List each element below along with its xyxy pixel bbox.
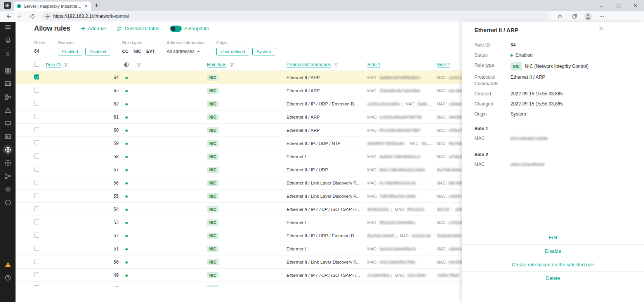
collections-icon[interactable] (569, 11, 580, 21)
create-rule-button[interactable]: Create rule based on the selected rule (462, 258, 644, 271)
back-icon[interactable] (4, 11, 14, 21)
browser-menu-icon[interactable] (597, 11, 607, 21)
rule-type-cc[interactable]: CC (122, 49, 128, 53)
edit-button[interactable]: Edit (462, 231, 644, 244)
filter-icon-protocols[interactable] (334, 63, 338, 67)
row-checkbox[interactable] (34, 246, 39, 251)
delete-button[interactable]: Delete (462, 271, 644, 285)
row-checkbox[interactable] (34, 140, 39, 145)
monitoring-chart-icon[interactable] (3, 79, 13, 89)
rule-id-cell: 52 (46, 233, 120, 238)
row-checkbox[interactable] (34, 114, 39, 119)
filter-icon-rule-type[interactable] (230, 63, 234, 67)
add-rule-button[interactable]: Add rule (81, 26, 106, 31)
row-checkbox[interactable] (34, 180, 39, 185)
row-checkbox[interactable] (34, 272, 39, 277)
select-all-checkbox[interactable] (34, 62, 39, 67)
side2-section-title: Side 2 (474, 152, 644, 157)
mac-label: MAC: (367, 260, 377, 264)
browser-toolbar: https://192.168.2.1/#/network-control (0, 11, 644, 22)
customize-table-button[interactable]: Customize table (116, 26, 160, 31)
row-checkbox[interactable] (34, 101, 39, 106)
filter-icon-status[interactable] (137, 63, 141, 67)
field-created: Created 2022-09-15 15:55:33.865 (474, 91, 644, 97)
origin-chip-system[interactable]: System (252, 48, 275, 55)
side1-cell: MAC:4a5b6c7d8e9fa0b1c2 (367, 154, 437, 159)
rule-type-badge: NIC (207, 259, 219, 265)
mac-label: MAC: (367, 128, 377, 133)
redacted-value: f2a3b4c5d6e7 (437, 233, 464, 238)
settings-gear-icon[interactable] (3, 184, 13, 194)
url-bar[interactable]: https://192.168.2.1/#/network-control (41, 12, 549, 21)
profile-avatar[interactable] (584, 12, 592, 20)
column-protocols[interactable]: Protocols/Commands (286, 62, 331, 67)
favorites-star-icon[interactable] (555, 11, 565, 21)
field-rule-id: Rule ID 64 (474, 42, 644, 48)
row-checkbox[interactable] (34, 193, 39, 198)
all-addresses-dropdown[interactable]: All addresses (167, 49, 200, 55)
protocol-cell: Ethernet I (286, 220, 367, 225)
workspaces-icon[interactable] (4, 2, 11, 9)
column-side1[interactable]: Side 1 (367, 62, 380, 67)
rule-id-cell: 58 (46, 154, 120, 159)
row-checkbox[interactable] (34, 206, 39, 211)
row-checkbox[interactable] (34, 167, 39, 172)
row-checkbox[interactable] (34, 88, 39, 93)
column-rule-id[interactable]: Rule ID (46, 62, 61, 67)
status-column-icon[interactable] (124, 62, 129, 67)
tab-close-icon[interactable] (85, 5, 88, 8)
alerts-triangle-icon[interactable] (3, 105, 13, 115)
network-globe-icon[interactable] (3, 145, 13, 155)
browser-tab[interactable]: Server | Kaspersky Industrial Cyb... (14, 2, 91, 11)
origin-chip-user-defined[interactable]: User-defined (216, 48, 249, 55)
row-checkbox[interactable] (34, 259, 39, 264)
maximize-icon[interactable] (610, 0, 627, 11)
refresh-icon[interactable] (27, 11, 37, 21)
redacted-value: 2f3e4d5c6b7a8c9d0e (379, 88, 420, 93)
help-question-icon[interactable] (3, 273, 13, 283)
field-changed: Changed 2022-09-15 15:55:33.865 (474, 101, 644, 107)
disable-button[interactable]: Disable (462, 244, 644, 258)
filters-bar: Rules: 64 Statuses Enabled Disabled Rule… (34, 40, 275, 55)
rule-type-badge: NIC (207, 140, 219, 147)
status-chip-enabled[interactable]: Enabled (58, 48, 82, 55)
column-side2[interactable]: Side 2 (437, 62, 450, 67)
minimize-icon[interactable] (593, 0, 610, 11)
redacted-value: 2c3d4e5f6a (367, 273, 390, 278)
dashboard-grid-icon[interactable] (3, 66, 13, 76)
close-window-icon[interactable] (627, 0, 644, 11)
menu-icon[interactable] (3, 22, 13, 32)
rule-id-cell: 57 (46, 167, 120, 173)
rule-type-badge: NIC (207, 101, 219, 107)
about-info-icon[interactable] (3, 197, 13, 207)
row-checkbox[interactable] (34, 127, 39, 132)
warning-triangle-icon[interactable] (3, 259, 13, 269)
filter-icon-rule-id[interactable] (64, 63, 68, 67)
assets-tree-icon[interactable] (3, 92, 13, 102)
rule-type-badge: NIC (207, 127, 219, 133)
audit-target-icon[interactable] (3, 158, 13, 168)
row-checkbox[interactable] (34, 233, 39, 238)
side1-cell: MAC:2f3e4d5c6b7a8c9d0e (367, 88, 437, 93)
protocol-cell: Ethernet II / IP / TCP / ISO TSAP / I... (286, 207, 367, 212)
panel-close-icon[interactable] (597, 25, 604, 32)
column-rule-type[interactable]: Rule type (207, 62, 227, 67)
browser-tab-bar: Server | Kaspersky Industrial Cyb... (0, 0, 644, 11)
accounts-card-icon[interactable] (3, 131, 13, 142)
rule-type-nic[interactable]: NIC (134, 49, 141, 53)
new-tab-button[interactable] (94, 3, 99, 7)
field-status: Status Enabled (474, 52, 644, 59)
row-checkbox[interactable] (34, 219, 39, 224)
rule-type-evt[interactable]: EVT (146, 49, 155, 53)
row-checkbox[interactable] (34, 154, 39, 159)
notifications-bell-icon[interactable] (3, 35, 13, 45)
status-chip-disabled[interactable]: Disabled (85, 48, 111, 55)
autoupdate-toggle[interactable] (170, 26, 182, 32)
integrations-nodes-icon[interactable] (3, 171, 13, 181)
downloads-icon[interactable] (3, 48, 13, 58)
events-monitor-icon[interactable] (3, 118, 13, 128)
row-checkbox[interactable] (34, 285, 39, 287)
separator: ; (406, 141, 408, 146)
row-checkbox[interactable] (34, 74, 39, 79)
rule-detail-panel: Ethernet II / ARP Rule ID 64 Status Enab… (462, 22, 644, 302)
